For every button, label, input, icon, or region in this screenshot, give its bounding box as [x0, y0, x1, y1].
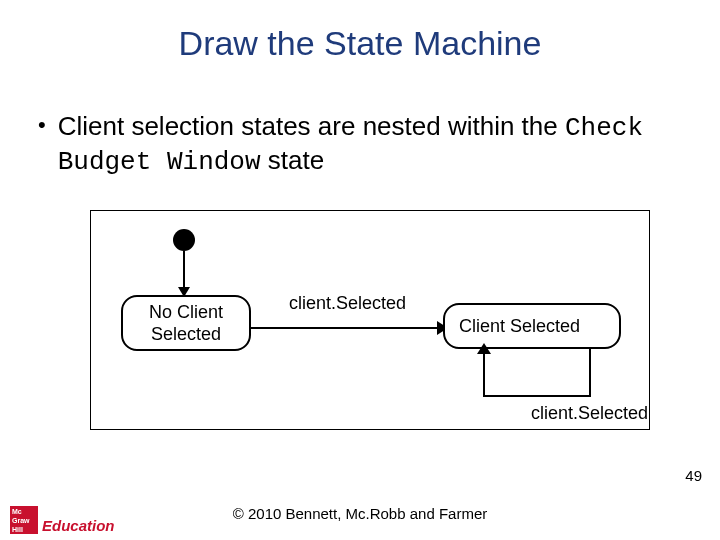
state-client-selected: Client Selected	[443, 303, 621, 349]
state-machine-diagram: No Client Selected client.Selected Clien…	[90, 210, 650, 430]
publisher-logo: Mc Graw Hill Education	[10, 506, 115, 534]
logo-box-icon: Mc Graw Hill	[10, 506, 38, 534]
self-transition-segment	[483, 395, 591, 397]
self-transition-segment	[589, 349, 591, 397]
logo-word: Education	[42, 517, 115, 534]
bullet-text: Client selection states are nested withi…	[58, 110, 678, 178]
state-no-client-selected: No Client Selected	[121, 295, 251, 351]
self-transition-label: client.Selected	[531, 403, 648, 424]
bullet-suffix: state	[261, 145, 325, 175]
arrow-up-icon	[477, 343, 491, 354]
slide: Draw the State Machine • Client selectio…	[0, 0, 720, 540]
slide-number: 49	[685, 467, 702, 484]
bullet-item: • Client selection states are nested wit…	[38, 110, 678, 178]
initial-transition-line	[183, 251, 185, 291]
slide-title: Draw the State Machine	[0, 24, 720, 63]
initial-state-icon	[173, 229, 195, 251]
bullet-dot-icon: •	[38, 110, 46, 140]
logo-text: Education	[42, 517, 115, 534]
bullet-prefix: Client selection states are nested withi…	[58, 111, 565, 141]
transition-label: client.Selected	[289, 293, 406, 314]
transition-line	[251, 327, 443, 329]
self-transition-segment	[483, 349, 485, 397]
